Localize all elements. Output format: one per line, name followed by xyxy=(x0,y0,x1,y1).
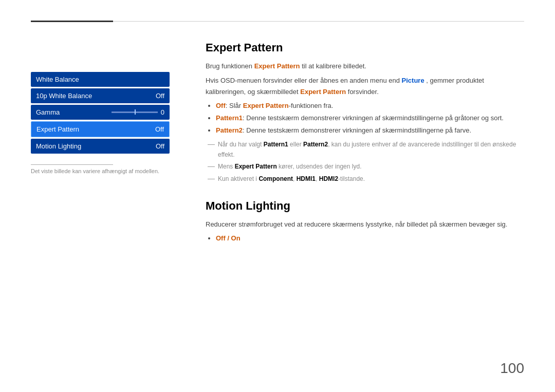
line-dark xyxy=(31,21,113,22)
motion-lighting-value: Off xyxy=(156,142,164,150)
main-content: Expert Pattern Brug funktionen Expert Pa… xyxy=(206,41,524,259)
10p-white-balance-label: 10p White Balance xyxy=(36,92,92,100)
motion-lighting-label: Motion Lighting xyxy=(36,142,81,150)
line-light xyxy=(113,21,524,22)
menu-item-gamma[interactable]: Gamma 0 xyxy=(31,105,170,120)
expert-pattern-inline-highlight: Expert Pattern xyxy=(254,62,300,70)
motion-lighting-bullets: Off / On xyxy=(216,233,524,244)
motion-lighting-title: Motion Lighting xyxy=(206,199,524,213)
gamma-slider-bar xyxy=(112,111,158,113)
expert-pattern-highlight2: Expert Pattern xyxy=(300,88,346,96)
expert-pattern-intro1: Brug funktionen Expert Pattern til at ka… xyxy=(206,61,524,72)
gamma-label: Gamma xyxy=(36,108,60,116)
picture-highlight: Picture xyxy=(402,77,424,84)
page-number: 100 xyxy=(500,360,524,377)
section-motion-lighting: Motion Lighting Reducerer strømforbruget… xyxy=(206,199,524,244)
expert-pattern-label: Expert Pattern xyxy=(36,125,79,133)
section-expert-pattern: Expert Pattern Brug funktionen Expert Pa… xyxy=(206,41,524,184)
footnote-text: Det viste billede kan variere afhængigt … xyxy=(31,168,170,174)
gamma-value: 0 xyxy=(161,108,164,116)
sidebar-footnote: Det viste billede kan variere afhængigt … xyxy=(31,164,170,174)
footnote-divider xyxy=(31,164,113,165)
motion-lighting-description: Reducerer strømforbruget ved at reducere… xyxy=(206,219,524,230)
bullet-off: Off: Slår Expert Pattern-funktionen fra. xyxy=(216,101,524,111)
dash-note-3: ― Kun aktiveret i Component, HDMI1, HDMI… xyxy=(208,174,524,184)
top-decorative-lines xyxy=(31,21,524,22)
dash-note-1: ― Når du har valgt Pattern1 eller Patter… xyxy=(208,139,524,160)
expert-pattern-bullets: Off: Slår Expert Pattern-funktionen fra.… xyxy=(216,101,524,136)
dash-note-2: ― Mens Expert Pattern kører, udsendes de… xyxy=(208,161,524,172)
menu-item-10p-white-balance[interactable]: 10p White Balance Off xyxy=(31,88,170,103)
menu-item-expert-pattern[interactable]: Expert Pattern Off xyxy=(31,121,170,137)
bullet-pattern2: Pattern2: Denne testskærm demonstrerer v… xyxy=(216,125,524,136)
expert-pattern-intro2: Hvis OSD-menuen forsvinder eller der åbn… xyxy=(206,75,524,98)
menu-item-motion-lighting[interactable]: Motion Lighting Off xyxy=(31,139,170,154)
menu-item-white-balance[interactable]: White Balance xyxy=(31,72,170,87)
expert-pattern-value: Off xyxy=(155,125,164,133)
expert-pattern-title: Expert Pattern xyxy=(206,41,524,54)
sidebar-menu: White Balance 10p White Balance Off Gamm… xyxy=(31,72,170,155)
10p-white-balance-value: Off xyxy=(156,92,164,100)
motion-lighting-body: Reducerer strømforbruget ved at reducere… xyxy=(206,219,524,244)
bullet-off-on: Off / On xyxy=(216,233,524,244)
white-balance-label: White Balance xyxy=(36,76,79,83)
bullet-pattern1: Pattern1: Denne testskærm demonstrerer v… xyxy=(216,113,524,124)
gamma-slider: 0 xyxy=(112,108,164,116)
expert-pattern-body: Brug funktionen Expert Pattern til at ka… xyxy=(206,61,524,184)
